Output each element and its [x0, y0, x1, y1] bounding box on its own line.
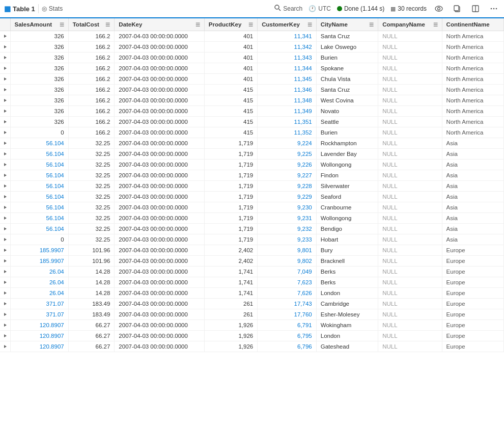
row-expand-btn[interactable] — [0, 267, 10, 277]
row-expand-btn[interactable] — [0, 181, 10, 192]
col-header-salesamount[interactable]: SalesAmount ☰ — [10, 18, 68, 31]
cell-companyname: NULL — [378, 181, 442, 192]
cell-continentname: Europe — [442, 245, 503, 256]
cell-salesamount: 185.9907 — [10, 256, 68, 267]
row-expand-btn[interactable] — [0, 85, 10, 95]
row-expand-btn[interactable] — [0, 331, 10, 341]
svg-marker-28 — [4, 217, 7, 220]
cell-cityname: Esher-Molesey — [316, 309, 378, 320]
svg-marker-22 — [4, 152, 7, 155]
row-expand-btn[interactable] — [0, 149, 10, 160]
row-expand-btn[interactable] — [0, 234, 10, 245]
row-expand-btn[interactable] — [0, 74, 10, 85]
table-row: 56.10432.252007-04-03 00:00:00.00001,719… — [0, 224, 504, 234]
cell-totalcost: 166.2 — [68, 85, 115, 95]
filter-icon-totalcost[interactable]: ☰ — [105, 22, 110, 28]
cell-productkey: 415 — [204, 106, 257, 117]
svg-marker-39 — [4, 334, 7, 337]
row-expand-btn[interactable] — [0, 341, 10, 352]
row-expand-btn[interactable] — [0, 192, 10, 202]
cell-salesamount: 56.104 — [10, 138, 68, 149]
col-header-datekey[interactable]: DateKey ☰ — [115, 18, 205, 31]
col-label-productkey: ProductKey — [209, 21, 242, 28]
row-expand-btn[interactable] — [0, 117, 10, 127]
eye-button[interactable] — [433, 3, 445, 15]
row-expand-btn[interactable] — [0, 213, 10, 224]
cell-totalcost: 32.25 — [68, 138, 115, 149]
filter-icon-datekey[interactable]: ☰ — [195, 22, 200, 28]
row-expand-btn[interactable] — [0, 277, 10, 288]
done-label: Done (1.144 s) — [344, 5, 384, 12]
row-expand-btn[interactable] — [0, 106, 10, 117]
cell-continentname: Asia — [442, 138, 503, 149]
row-expand-btn[interactable] — [0, 256, 10, 267]
row-expand-btn[interactable] — [0, 202, 10, 213]
filter-icon-companyname[interactable]: ☰ — [433, 22, 438, 28]
cell-productkey: 1,719 — [204, 192, 257, 202]
filter-icon-productkey[interactable]: ☰ — [248, 22, 253, 28]
filter-icon-salesamount[interactable]: ☰ — [60, 22, 64, 28]
cell-companyname: NULL — [378, 234, 442, 245]
cell-continentname: Asia — [442, 213, 503, 224]
row-expand-btn[interactable] — [0, 31, 10, 42]
cell-totalcost: 14.28 — [68, 277, 115, 288]
svg-marker-13 — [4, 56, 7, 59]
table-row: 326166.22007-04-03 00:00:00.000040111,34… — [0, 42, 504, 52]
filter-icon-customerkey[interactable]: ☰ — [307, 22, 312, 28]
cell-totalcost: 166.2 — [68, 117, 115, 127]
cell-cityname: Bury — [316, 245, 378, 256]
filter-icon-cityname[interactable]: ☰ — [369, 22, 374, 28]
search-icon — [274, 5, 281, 13]
svg-marker-12 — [4, 45, 7, 48]
copy-button[interactable] — [451, 3, 463, 15]
cell-salesamount: 56.104 — [10, 181, 68, 192]
col-header-productkey[interactable]: ProductKey ☰ — [204, 18, 257, 31]
row-expand-btn[interactable] — [0, 245, 10, 256]
cell-totalcost: 166.2 — [68, 127, 115, 138]
cell-companyname: NULL — [378, 85, 442, 95]
expand-button[interactable] — [469, 3, 482, 15]
cell-customerkey: 9,227 — [258, 170, 317, 181]
utc-toggle[interactable]: 🕐 UTC — [309, 5, 331, 12]
col-header-totalcost[interactable]: TotalCost ☰ — [68, 18, 115, 31]
svg-line-1 — [279, 9, 281, 11]
row-expand-btn[interactable] — [0, 127, 10, 138]
row-expand-btn[interactable] — [0, 320, 10, 331]
col-header-customerkey[interactable]: CustomerKey ☰ — [258, 18, 317, 31]
cell-salesamount: 0 — [10, 127, 68, 138]
col-header-companyname[interactable]: CompanyName ☰ — [378, 18, 442, 31]
cell-customerkey: 9,229 — [258, 192, 317, 202]
table-row: 326166.22007-04-03 00:00:00.000040111,34… — [0, 63, 504, 74]
row-expand-btn[interactable] — [0, 63, 10, 74]
row-expand-btn[interactable] — [0, 138, 10, 149]
cell-datekey: 2007-04-03 00:00:00.0000 — [115, 74, 205, 85]
row-expand-btn[interactable] — [0, 309, 10, 320]
more-button[interactable] — [488, 3, 500, 15]
row-expand-btn[interactable] — [0, 224, 10, 234]
row-expand-btn[interactable] — [0, 299, 10, 309]
row-expand-btn[interactable] — [0, 170, 10, 181]
row-expand-btn[interactable] — [0, 288, 10, 299]
cell-totalcost: 101.96 — [68, 256, 115, 267]
cell-salesamount: 56.104 — [10, 202, 68, 213]
cell-datekey: 2007-04-03 00:00:00.0000 — [115, 31, 205, 42]
col-header-continentname[interactable]: ContinentName — [442, 18, 503, 31]
cell-continentname: North America — [442, 74, 503, 85]
stats-button[interactable]: ◎ Stats — [42, 5, 63, 12]
cell-customerkey: 17,760 — [258, 309, 317, 320]
table-row: 120.890766.272007-04-03 00:00:00.00001,9… — [0, 331, 504, 341]
row-expand-btn[interactable] — [0, 42, 10, 52]
table-row: 185.9907101.962007-04-03 00:00:00.00002,… — [0, 245, 504, 256]
row-expand-btn[interactable] — [0, 95, 10, 106]
cell-datekey: 2007-04-03 00:00:00.0000 — [115, 117, 205, 127]
cell-cityname: Spokane — [316, 63, 378, 74]
cell-continentname: Asia — [442, 192, 503, 202]
col-header-cityname[interactable]: CityName ☰ — [316, 18, 378, 31]
clock-icon: 🕐 — [309, 5, 316, 12]
search-button[interactable]: Search — [274, 5, 302, 13]
cell-companyname: NULL — [378, 127, 442, 138]
row-expand-btn[interactable] — [0, 160, 10, 170]
cell-totalcost: 183.49 — [68, 309, 115, 320]
cell-productkey: 1,741 — [204, 277, 257, 288]
row-expand-btn[interactable] — [0, 52, 10, 63]
